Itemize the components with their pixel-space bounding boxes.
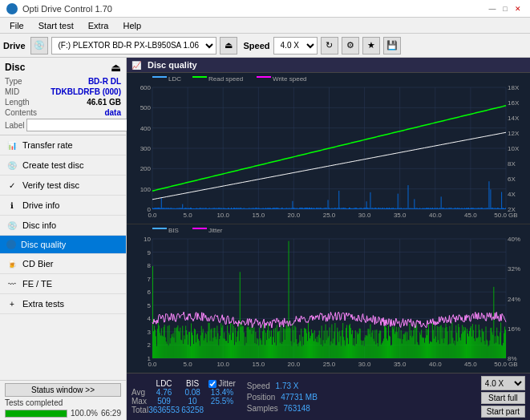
sidebar-item-label: Disc quality (21, 240, 66, 249)
disc-label-row: Label ✎ (5, 119, 121, 131)
stats-row: LDC BIS Jitter Avg 4.76 0.08 (131, 376, 525, 418)
star-button[interactable]: ★ (362, 37, 380, 55)
drive-select[interactable]: (F:) PLEXTOR BD-R PX-LB950SA 1.06 (51, 37, 216, 55)
start-part-button[interactable]: Start part (481, 406, 525, 418)
drive-icon-button[interactable]: 💿 (30, 37, 48, 55)
maximize-button[interactable]: □ (500, 3, 511, 14)
lower-chart-container (127, 224, 530, 373)
sidebar-item-transfer-rate[interactable]: 📊 Transfer rate (0, 135, 126, 155)
settings-button[interactable]: ⚙ (342, 37, 359, 55)
chart-title: Disc quality (148, 60, 197, 70)
progress-row: Tests completed (5, 398, 121, 407)
transfer-rate-icon: 📊 (6, 139, 18, 151)
disc-length-label: Length (5, 98, 30, 107)
eject-button[interactable]: ⏏ (220, 37, 237, 55)
disc-contents-value: data (104, 108, 121, 117)
toolbar: Drive 💿 (F:) PLEXTOR BD-R PX-LB950SA 1.0… (0, 34, 530, 58)
progress-percent: 100.0% (71, 409, 98, 418)
disc-section-header: Disc ⏏ (5, 61, 121, 74)
sidebar-item-disc-info[interactable]: 💿 Disc info (0, 216, 126, 236)
menu-file[interactable]: File (3, 19, 30, 32)
chart-header: 📈 Disc quality (127, 58, 530, 73)
disc-mid-row: MID TDKBLDRFB (000) (5, 87, 121, 96)
left-panel: Disc ⏏ Type BD-R DL MID TDKBLDRFB (000) … (0, 58, 127, 420)
menu-bar: File Start test Extra Help (0, 18, 530, 34)
disc-quality-icon (6, 240, 16, 249)
sidebar-item-extra-tests[interactable]: + Extra tests (0, 294, 126, 314)
menu-start-test[interactable]: Start test (32, 19, 80, 32)
status-text: Tests completed (5, 398, 63, 407)
refresh-button[interactable]: ↻ (321, 37, 338, 55)
bis-avg-value: 0.08 (180, 388, 205, 397)
app-icon (6, 3, 18, 14)
verify-test-disc-icon: ✓ (6, 180, 18, 191)
disc-contents-row: Contents data (5, 108, 121, 117)
sidebar-item-drive-info[interactable]: ℹ Drive info (0, 196, 126, 216)
ldc-total-value: 3636553 (148, 406, 180, 414)
disc-length-value: 46.61 GB (87, 98, 121, 107)
disc-title: Disc (5, 62, 25, 73)
drive-label: Drive (3, 41, 26, 50)
bis-col-header: BIS (180, 379, 205, 388)
sidebar-item-label: Disc info (22, 220, 56, 230)
total-row-label: Total (131, 406, 148, 414)
ldc-col-header: LDC (148, 379, 180, 388)
samples-label: Samples (247, 404, 278, 413)
disc-label-label: Label (5, 121, 24, 130)
disc-info-icon: 💿 (6, 220, 18, 231)
disc-label-input[interactable] (26, 119, 133, 131)
samples-value: 763148 (284, 404, 310, 413)
close-button[interactable]: ✕ (512, 3, 524, 14)
disc-type-value: BD-R DL (88, 77, 121, 86)
upper-chart-canvas (127, 73, 530, 224)
sidebar-item-label: FE / TE (22, 279, 52, 289)
speed-select[interactable]: 4.0 X (273, 37, 318, 55)
jitter-checkbox[interactable] (208, 380, 216, 388)
stats-footer: LDC BIS Jitter Avg 4.76 0.08 (127, 373, 530, 420)
extra-tests-icon: + (6, 298, 18, 309)
disc-eject-icon[interactable]: ⏏ (111, 61, 121, 74)
cd-bier-icon: 🍺 (6, 258, 18, 269)
disc-contents-label: Contents (5, 108, 37, 117)
sidebar-item-label: Extra tests (22, 299, 64, 309)
drive-info-icon: ℹ (6, 200, 18, 211)
fe-te-icon: 〰 (6, 278, 18, 289)
right-panel: 📈 Disc quality LDC BIS (127, 58, 530, 420)
samples-row: Samples 763148 (247, 404, 318, 413)
sidebar-item-label: Verify test disc (22, 180, 79, 190)
window-title: Opti Drive Control 1.70 (22, 4, 112, 14)
ldc-max-value: 509 (148, 397, 180, 406)
jitter-col-header: Jitter (218, 379, 236, 388)
minimize-button[interactable]: — (487, 3, 498, 14)
sidebar-item-create-test-disc[interactable]: 💿 Create test disc (0, 155, 126, 176)
jitter-checkbox-cell: Jitter (205, 379, 239, 388)
disc-length-row: Length 46.61 GB (5, 98, 121, 107)
menu-help[interactable]: Help (116, 19, 148, 32)
speed-label: Speed (247, 382, 270, 390)
speed-row: Speed 1.73 X (247, 382, 318, 390)
speed-label: Speed (244, 41, 270, 50)
window-controls[interactable]: — □ ✕ (487, 3, 524, 14)
status-bar-bottom: Status window >> Tests completed 100.0% … (0, 380, 126, 420)
nav-items: 📊 Transfer rate 💿 Create test disc ✓ Ver… (0, 135, 126, 380)
save-button[interactable]: 💾 (383, 37, 401, 55)
charts-wrapper (127, 73, 530, 373)
chart-header-icon: 📈 (131, 61, 141, 70)
progress-bar-row: 100.0% 66:29 (5, 409, 121, 418)
sidebar-item-label: Transfer rate (22, 140, 73, 150)
time-display: 66:29 (101, 409, 121, 418)
sidebar-item-cd-bier[interactable]: 🍺 CD Bier (0, 254, 126, 274)
sidebar-item-fe-te[interactable]: 〰 FE / TE (0, 274, 126, 294)
position-row: Position 47731 MB (247, 393, 318, 402)
status-window-button[interactable]: Status window >> (5, 383, 121, 397)
sidebar-item-disc-quality[interactable]: Disc quality (0, 236, 126, 254)
menu-extra[interactable]: Extra (82, 19, 115, 32)
jitter-avg-value: 13.4% (205, 388, 239, 397)
scan-speed-select[interactable]: 4.0 X (481, 376, 525, 390)
disc-type-row: Type BD-R DL (5, 77, 121, 86)
start-full-button[interactable]: Start full (481, 392, 525, 404)
disc-type-label: Type (5, 77, 22, 86)
sidebar-item-verify-test-disc[interactable]: ✓ Verify test disc (0, 176, 126, 196)
speed-value: 1.73 X (276, 382, 299, 390)
avg-row-label: Avg (131, 388, 148, 397)
